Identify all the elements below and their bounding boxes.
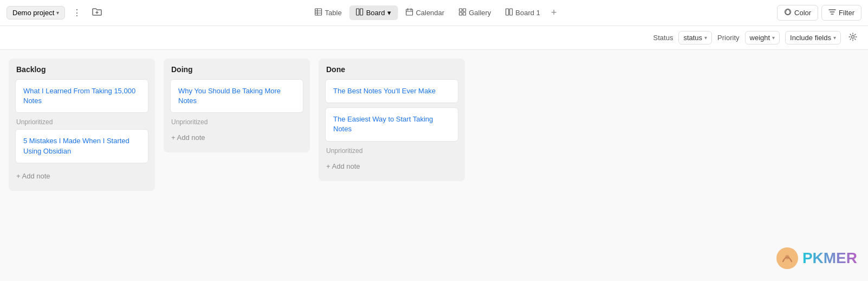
board-chevron-icon: ▾ [387,9,391,17]
status-chevron-icon: ▾ [704,35,707,41]
add-tab-button[interactable]: + [548,6,560,20]
priority-select[interactable]: weight ▾ [745,31,780,44]
unprioritized-label-done: Unprioritized [326,147,458,155]
column-header-done: Done [325,65,458,74]
card-text: Why You Should Be Taking More Notes [178,87,281,105]
board1-icon [505,8,513,17]
card-text: The Easiest Way to Start Taking Notes [333,115,433,133]
unprioritized-label-doing: Unprioritized [171,118,303,126]
color-icon [784,8,792,17]
card-text: What I Learned From Taking 15,000 Notes [23,87,135,105]
right-actions: Color Filter [777,5,861,21]
tab-gallery[interactable]: Gallery [452,5,497,20]
watermark: PKMER [775,246,857,270]
include-fields-label: Include fields [790,34,831,42]
status-label: Status [653,34,673,42]
gallery-icon [458,8,466,17]
tab-calendar[interactable]: Calendar [399,5,451,20]
settings-icon [848,33,857,41]
filter-bar: Status status ▾ Priority weight ▾ Includ… [0,26,868,50]
tab-calendar-label: Calendar [416,9,444,17]
tab-gallery-label: Gallery [469,9,491,17]
card[interactable]: The Easiest Way to Start Taking Notes [325,107,458,141]
svg-rect-14 [459,12,462,15]
svg-rect-8 [406,9,412,15]
svg-point-19 [852,35,854,38]
project-chevron-icon: ▾ [56,10,59,16]
card[interactable]: The Best Notes You'll Ever Make [325,79,458,103]
column-header-doing: Doing [170,65,303,74]
priority-label: Priority [717,34,739,42]
filter-icon [828,8,836,17]
card[interactable]: Why You Should Be Taking More Notes [170,79,303,113]
priority-chevron-icon: ▾ [772,35,775,41]
svg-rect-12 [459,9,462,11]
project-selector[interactable]: Demo project ▾ [7,6,65,20]
more-options-button[interactable]: ⋮ [69,5,85,20]
board-column-backlog: BacklogWhat I Learned From Taking 15,000… [9,59,155,191]
unprioritized-label-backlog: Unprioritized [16,118,148,126]
column-header-backlog: Backlog [15,65,148,74]
tab-table-label: Table [325,9,342,17]
include-fields-select[interactable]: Include fields ▾ [785,31,841,44]
calendar-icon [405,8,413,17]
tab-table[interactable]: Table [308,5,348,20]
project-label: Demo project [12,9,54,17]
card[interactable]: 5 Mistakes I Made When I Started Using O… [15,129,148,163]
svg-rect-13 [463,9,465,11]
tab-board1[interactable]: Board 1 [498,5,547,20]
priority-value: weight [750,34,770,42]
top-bar: Demo project ▾ ⋮ Table Board ▾ [0,0,868,26]
table-icon [315,8,322,17]
board-column-done: DoneThe Best Notes You'll Ever MakeThe E… [319,59,465,181]
board-settings-button[interactable] [846,30,859,46]
color-button-label: Color [794,9,811,17]
color-button[interactable]: Color [777,5,818,21]
filter-button[interactable]: Filter [821,5,861,21]
svg-rect-7 [360,9,363,15]
svg-point-21 [785,255,789,259]
svg-rect-2 [315,9,322,15]
svg-rect-16 [506,9,508,15]
include-fields-chevron-icon: ▾ [833,35,836,41]
card[interactable]: What I Learned From Taking 15,000 Notes [15,79,148,113]
add-tab-icon: + [551,7,557,18]
tab-board[interactable]: Board ▾ [349,5,398,20]
new-folder-icon [92,9,102,18]
add-note-button-backlog[interactable]: + Add note [15,168,148,184]
svg-rect-17 [509,9,512,15]
tab-board1-label: Board 1 [515,9,540,17]
pkmer-logo [775,246,799,270]
status-select[interactable]: status ▾ [678,31,712,44]
board-area: BacklogWhat I Learned From Taking 15,000… [0,50,868,281]
svg-rect-6 [357,9,359,15]
svg-rect-15 [463,12,465,15]
board-column-doing: DoingWhy You Should Be Taking More Notes… [164,59,310,152]
add-note-button-done[interactable]: + Add note [325,158,458,175]
board-icon [356,8,364,17]
status-value: status [683,34,702,42]
card-text: The Best Notes You'll Ever Make [333,87,436,95]
new-folder-button[interactable] [89,5,105,21]
filter-button-label: Filter [839,9,854,17]
tab-board-label: Board [366,9,385,17]
card-text: 5 Mistakes I Made When I Started Using O… [23,137,129,155]
add-note-button-doing[interactable]: + Add note [170,129,303,146]
nav-tabs: Table Board ▾ Calendar Gallery Board 1 [308,5,560,20]
pkmer-text: PKMER [802,250,857,267]
more-icon: ⋮ [73,8,81,17]
